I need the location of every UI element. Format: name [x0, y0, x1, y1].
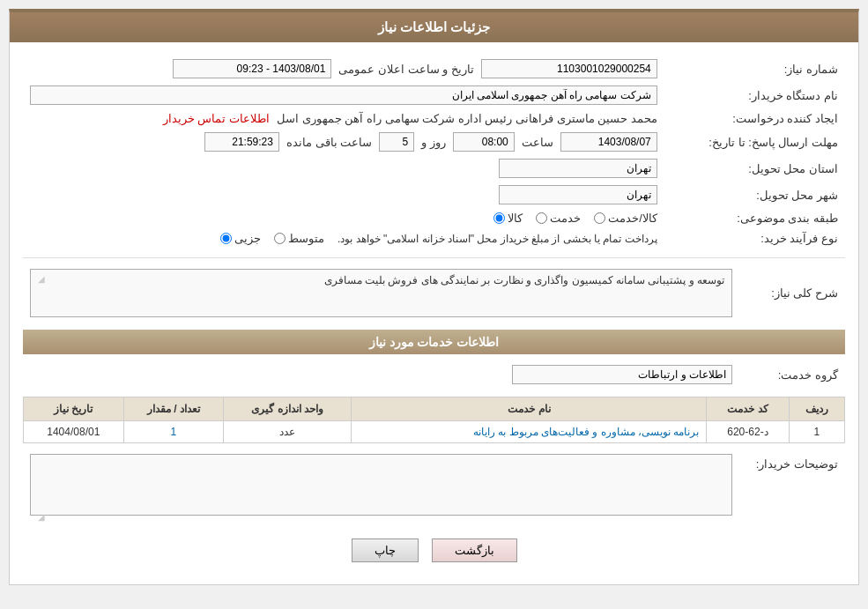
- services-section-header: اطلاعات خدمات مورد نیاز: [23, 330, 845, 354]
- deadline-days-input: [379, 132, 414, 152]
- radio-kala[interactable]: کالا: [493, 212, 523, 225]
- description-table: شرح کلی نیاز توسعه و پشتیبانی سامانه کمی…: [23, 265, 845, 321]
- jozvi-label: جزیی: [234, 232, 261, 245]
- request-number-input: [481, 59, 657, 78]
- deadline-remaining-label: ساعت باقی مانده: [286, 136, 372, 149]
- radio-khadamat-input[interactable]: [536, 212, 547, 224]
- request-number-label: شماره نیاز: [664, 56, 845, 82]
- category-label: طبقه بندی موضوعی: [664, 208, 845, 228]
- service-group-table: گروه خدمت: [23, 361, 845, 388]
- need-date: 1404/08/01: [24, 421, 124, 443]
- request-number-value: تاریخ و ساعت اعلان عمومی: [23, 56, 664, 82]
- service-code: د-62-620: [707, 421, 789, 443]
- page-title: جزئیات اطلاعات نیاز: [10, 12, 858, 42]
- col-unit: واحد اندازه گیری: [224, 397, 352, 421]
- announcement-label: تاریخ و ساعت اعلان عمومی: [338, 63, 473, 76]
- row-num: 1: [789, 421, 844, 443]
- buyer-desc-table: توضیحات خریدار ◢: [23, 450, 845, 525]
- radio-motavasset[interactable]: متوسط: [274, 232, 324, 245]
- deadline-label: مهلت ارسال پاسخ: تا تاریخ: [664, 129, 845, 155]
- announcement-datetime-input: [173, 59, 331, 78]
- services-table: ردیف کد خدمت نام خدمت واحد اندازه گیری ت…: [23, 397, 845, 443]
- requester-text: محمد حسین ماستری فراهانی رئیس اداره شرکت…: [277, 112, 657, 125]
- purchase-type-label: نوع فرآیند خرید: [664, 228, 845, 249]
- deadline-date-input: [560, 132, 657, 152]
- radio-kala-khadamat-input[interactable]: [594, 212, 605, 224]
- province-value: [23, 155, 664, 182]
- province-input: [499, 159, 657, 178]
- print-button[interactable]: چاپ: [352, 538, 419, 562]
- city-label: شهر محل تحویل: [664, 182, 845, 208]
- service-name: برنامه نویسی، مشاوره و فعالیت‌های مربوط …: [352, 421, 707, 443]
- purchase-type-text: پرداخت تمام یا بخشی از مبلغ خریداز محل "…: [338, 233, 657, 245]
- back-button[interactable]: بازگشت: [432, 538, 517, 562]
- contact-link[interactable]: اطلاعات تماس خریدار: [163, 112, 270, 125]
- kala-khadamat-label: کالا/خدمت: [608, 212, 657, 225]
- deadline-value: ساعت روز و ساعت باقی مانده: [23, 129, 664, 155]
- table-row: 1 د-62-620 برنامه نویسی، مشاوره و فعالیت…: [24, 421, 845, 443]
- service-group-value-cell: [23, 361, 739, 388]
- service-group-input: [512, 365, 732, 384]
- deadline-day-label: روز و: [421, 136, 446, 149]
- description-text: توسعه و پشتیبانی سامانه کمیسیون واگذاری …: [324, 274, 724, 286]
- info-table: شماره نیاز تاریخ و ساعت اعلان عمومی نام …: [23, 56, 845, 249]
- buyer-org-value: [23, 82, 664, 108]
- description-value-cell: توسعه و پشتیبانی سامانه کمیسیون واگذاری …: [23, 265, 739, 321]
- col-count: تعداد / مقدار: [123, 397, 223, 421]
- khadamat-label: خدمت: [550, 212, 581, 225]
- col-service-name: نام خدمت: [352, 397, 707, 421]
- service-group-label: گروه خدمت: [739, 361, 845, 388]
- radio-jozvi[interactable]: جزیی: [220, 232, 261, 245]
- description-box: توسعه و پشتیبانی سامانه کمیسیون واگذاری …: [30, 269, 732, 317]
- divider-1: [23, 257, 845, 258]
- description-label-cell: شرح کلی نیاز: [739, 265, 845, 321]
- col-service-code: کد خدمت: [707, 397, 789, 421]
- deadline-time-label: ساعت: [522, 136, 553, 149]
- category-value: کالا/خدمت خدمت کالا: [23, 208, 664, 228]
- province-label: استان محل تحویل: [664, 155, 845, 182]
- deadline-remaining-input: [204, 132, 279, 152]
- buyer-org-input: [30, 85, 657, 105]
- city-value: [23, 182, 664, 208]
- unit: عدد: [224, 421, 352, 443]
- requester-value: محمد حسین ماستری فراهانی رئیس اداره شرکت…: [23, 108, 664, 129]
- deadline-time-input: [453, 132, 515, 152]
- city-input: [499, 185, 657, 204]
- col-need-date: تاریخ نیاز: [24, 397, 124, 421]
- buyer-desc-box: ◢: [30, 454, 732, 516]
- radio-khadamat[interactable]: خدمت: [536, 212, 581, 225]
- radio-kala-khadamat[interactable]: کالا/خدمت: [594, 212, 657, 225]
- count: 1: [123, 421, 223, 443]
- requester-label: ایجاد کننده درخواست: [664, 108, 845, 129]
- kala-label: کالا: [508, 212, 523, 225]
- buyer-desc-label: توضیحات خریدار: [739, 450, 845, 525]
- buyer-org-label: نام دستگاه خریدار: [664, 82, 845, 108]
- radio-kala-input[interactable]: [493, 212, 505, 224]
- buyer-desc-value: ◢: [23, 450, 739, 525]
- motavasset-label: متوسط: [288, 232, 324, 245]
- col-row-num: ردیف: [789, 397, 844, 421]
- purchase-type-value: پرداخت تمام یا بخشی از مبلغ خریداز محل "…: [23, 228, 664, 249]
- radio-jozvi-input[interactable]: [220, 233, 232, 244]
- button-row: بازگشت چاپ: [23, 538, 845, 571]
- radio-motavasset-input[interactable]: [274, 233, 286, 244]
